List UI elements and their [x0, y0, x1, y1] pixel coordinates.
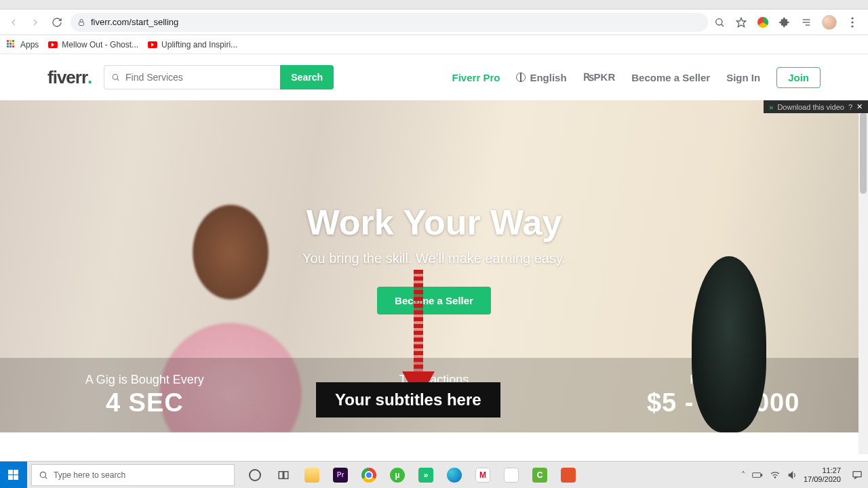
zoom-icon[interactable] [713, 16, 726, 28]
logo-dot: . [87, 67, 92, 88]
stat-gig-frequency: A Gig is Bought Every 4 SEC [0, 358, 290, 432]
bookmark-star-icon[interactable] [735, 16, 747, 28]
svg-marker-19 [789, 472, 792, 478]
site-header: fiverr. Search Fiverr Pro English ₨PKR B… [0, 54, 868, 100]
chrome-menu-icon[interactable] [846, 16, 859, 28]
fiverr-logo[interactable]: fiverr. [47, 67, 92, 88]
svg-line-13 [45, 476, 47, 479]
join-button[interactable]: Join [776, 67, 821, 88]
browser-tabstrip [0, 0, 868, 9]
search-box[interactable] [104, 65, 280, 89]
wifi-icon[interactable] [770, 470, 781, 481]
back-button[interactable] [5, 14, 22, 30]
close-icon[interactable]: ✕ [856, 102, 863, 111]
svg-point-7 [851, 17, 853, 19]
header-search: Search [104, 65, 334, 89]
volume-icon[interactable] [787, 470, 797, 480]
stat-value: 4 SEC [106, 388, 184, 418]
forward-button[interactable] [27, 14, 43, 30]
start-button[interactable] [0, 462, 27, 489]
paint-icon[interactable] [498, 462, 525, 489]
svg-rect-20 [853, 471, 861, 476]
download-label: Download this video [777, 103, 844, 111]
extension-globe-icon[interactable] [757, 16, 769, 28]
become-seller-button[interactable]: Become a Seller [377, 287, 491, 314]
badge-help[interactable]: ? [848, 103, 852, 111]
nav-sign-in[interactable]: Sign In [726, 72, 760, 83]
subtitle-overlay: Your subtitles here [316, 382, 500, 418]
svg-point-10 [113, 75, 117, 79]
stat-label: A Gig is Bought Every [85, 373, 204, 387]
bookmark-label: Uplifting and Inspiri... [161, 40, 237, 49]
svg-point-9 [851, 25, 853, 27]
search-input[interactable] [125, 72, 273, 83]
svg-rect-14 [279, 471, 283, 479]
system-tray: ˄ 11:27 17/09/2020 [736, 466, 868, 483]
bookmarks-bar: Apps Mellow Out - Ghost... Uplifting and… [0, 35, 868, 54]
svg-line-11 [117, 79, 119, 81]
taskbar-search[interactable]: Type here to search [31, 464, 235, 486]
lock-icon [77, 18, 85, 26]
clock-date: 17/09/2020 [804, 475, 841, 483]
svg-rect-0 [79, 22, 84, 25]
nav-currency[interactable]: ₨PKR [583, 71, 616, 83]
apps-shortcut[interactable]: Apps [7, 40, 39, 49]
youtube-icon [48, 41, 58, 48]
vertical-scrollbar[interactable] [859, 108, 868, 454]
apps-grid-icon [7, 40, 16, 49]
download-icon: » [769, 103, 773, 111]
chrome-icon[interactable] [355, 462, 382, 489]
action-center-icon[interactable] [852, 470, 863, 481]
mcafee-icon[interactable]: M [469, 462, 496, 489]
nav-fiverr-pro[interactable]: Fiverr Pro [452, 72, 500, 83]
address-bar[interactable]: fiverr.com/start_selling [71, 13, 708, 32]
stat-value: $5 - $10,000 [647, 388, 800, 418]
nav-language[interactable]: English [516, 72, 566, 83]
page-viewport: fiverr. Search Fiverr Pro English ₨PKR B… [0, 54, 868, 454]
subtitle-text: Your subtitles here [335, 390, 481, 409]
camtasia-icon[interactable]: C [526, 462, 553, 489]
recorder-icon[interactable] [555, 462, 582, 489]
taskbar-clock[interactable]: 11:27 17/09/2020 [804, 466, 845, 483]
hero-title: Work Your Way [307, 202, 562, 243]
logo-text: fiverr [47, 67, 87, 88]
url-text: fiverr.com/start_selling [91, 17, 178, 27]
extensions-icon[interactable] [778, 16, 791, 28]
tray-chevron-icon[interactable]: ˄ [741, 470, 745, 480]
search-icon [39, 470, 48, 480]
utorrent-icon[interactable]: µ [384, 462, 411, 489]
globe-icon [516, 73, 526, 82]
bookmark-label: Mellow Out - Ghost... [62, 40, 138, 49]
svg-rect-17 [761, 474, 762, 476]
battery-icon[interactable] [752, 470, 763, 480]
svg-point-18 [774, 476, 775, 477]
reload-button[interactable] [49, 14, 65, 30]
stat-price-range: Price Range $5 - $10,000 [578, 358, 868, 432]
download-video-badge[interactable]: » Download this video ? ✕ [764, 100, 868, 113]
windows-taskbar: Type here to search Pr µ » M C ˄ 11:27 1… [0, 461, 868, 488]
task-view-icon[interactable] [270, 462, 297, 489]
svg-marker-3 [736, 18, 745, 26]
browser-toolbar: fiverr.com/start_selling [0, 9, 868, 35]
taskbar-search-placeholder: Type here to search [54, 470, 125, 480]
edge-icon[interactable] [441, 462, 468, 489]
premiere-icon[interactable]: Pr [327, 462, 354, 489]
header-nav: Fiverr Pro English ₨PKR Become a Seller … [452, 67, 821, 88]
nav-become-seller[interactable]: Become a Seller [631, 72, 710, 83]
svg-point-12 [40, 472, 45, 477]
search-button[interactable]: Search [280, 65, 334, 89]
profile-avatar[interactable] [822, 15, 837, 30]
bookmark-uplifting[interactable]: Uplifting and Inspiri... [148, 40, 237, 49]
nav-language-label: English [530, 72, 566, 83]
file-explorer-icon[interactable] [298, 462, 326, 489]
reading-list-icon[interactable] [800, 16, 812, 28]
svg-point-1 [716, 18, 722, 24]
apps-label: Apps [20, 40, 39, 49]
cortana-icon[interactable] [241, 462, 269, 489]
youtube-icon [148, 41, 157, 48]
svg-rect-15 [284, 471, 288, 479]
idm-icon[interactable]: » [412, 462, 439, 489]
search-icon [111, 73, 120, 82]
bookmark-mellow[interactable]: Mellow Out - Ghost... [48, 40, 138, 49]
scrollbar-thumb[interactable] [860, 113, 867, 194]
